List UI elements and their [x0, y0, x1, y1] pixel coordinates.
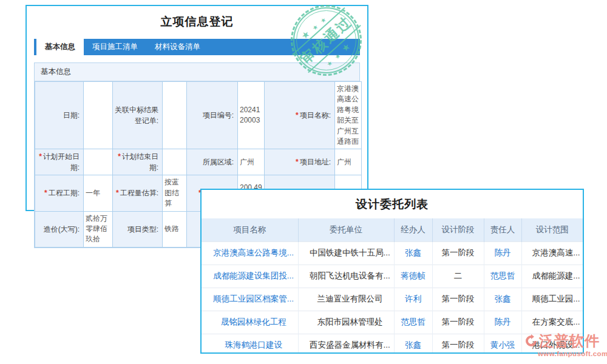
field-label-address: *项目地址:	[265, 149, 335, 175]
design-scope-cell: 顺德工业园...	[521, 288, 583, 311]
field-value-duration[interactable]: 一年	[84, 175, 113, 211]
field-label-project-type: *项目类型:	[113, 211, 163, 247]
owner-link[interactable]: 范思哲	[484, 265, 521, 288]
project-name-link[interactable]: 顺德工业园区档案管...	[202, 288, 298, 311]
col-header-design-stage: 设计阶段	[432, 218, 484, 241]
watermark-brand: 泛普软件	[539, 331, 600, 351]
required-marker: *	[44, 189, 47, 197]
design-stage-cell: 第一阶段	[432, 311, 484, 334]
col-header-project-name: 项目名称	[202, 218, 298, 241]
field-label-bid-result: *关联中标结果登记单:	[113, 82, 163, 149]
commission-unit-cell: 兰迪置业有限公司	[298, 288, 394, 311]
required-marker: *	[118, 152, 121, 161]
watermark-url: www.fanpusoft.com	[524, 350, 607, 357]
required-marker: *	[39, 152, 42, 161]
col-header-commission-unit: 委托单位	[298, 218, 394, 241]
tab-bar: 基本信息 项目施工清单 材料设备清单	[34, 39, 360, 55]
project-name-link[interactable]: 晟铭园林绿化工程	[202, 311, 298, 334]
design-scope-cell: 京港澳高速...	[521, 241, 583, 265]
owner-link[interactable]: 黄小强	[484, 334, 521, 354]
field-value-project-type[interactable]: 铁路	[163, 211, 187, 247]
field-value-address[interactable]: 广州	[335, 149, 362, 175]
design-stage-cell: 二	[432, 265, 484, 288]
design-stage-cell: 第一阶段	[432, 241, 484, 265]
handler-link[interactable]: 范思哲	[394, 311, 432, 334]
owner-link[interactable]: 张鑫	[484, 288, 521, 311]
required-marker: *	[116, 189, 119, 197]
field-label-plan-end: *计划结束日期:	[113, 149, 163, 175]
commission-unit-cell: 朝阳飞达机电设备有...	[298, 265, 394, 288]
field-label-project-name: *项目名称:	[265, 82, 335, 149]
owner-link[interactable]: 陈丹	[484, 311, 521, 334]
field-value-quantity-estimate[interactable]: 按蓝图结算	[163, 175, 187, 211]
field-value-project-no[interactable]: 2024120003	[238, 82, 265, 149]
owner-link[interactable]: 陈丹	[484, 241, 521, 265]
design-scope-cell: 成都能源建...	[521, 265, 583, 288]
required-marker: *	[296, 158, 299, 166]
table-row: 京港澳高速公路粤境... 中国铁建中铁十五局... 张鑫 第一阶段 陈丹 京港澳…	[202, 241, 583, 265]
field-value-plan-end[interactable]	[163, 149, 187, 175]
section-header: 基本信息	[35, 63, 359, 81]
page-title: 立项信息登记	[34, 14, 360, 30]
field-value-plan-start[interactable]	[84, 149, 113, 175]
field-label-quantity-estimate: *工程量估算:	[113, 175, 163, 211]
tab-construction-list[interactable]: 项目施工清单	[84, 39, 146, 55]
fanpu-watermark: 泛普软件 www.fanpusoft.com	[524, 331, 607, 357]
field-label-cost-in-words: *造价(大写):	[35, 211, 84, 247]
field-value-bid-result[interactable]	[163, 82, 187, 149]
field-value-cost-in-words[interactable]: 贰拾万零肆佰玖拾	[84, 211, 113, 247]
design-commission-panel: 设计委托列表 项目名称 委托单位 经办人 设计阶段 责任人 设计范围 京港澳高速…	[200, 189, 584, 354]
table-row: 成都能源建设集团投... 朝阳飞达机电设备有... 蒋德帧 二 范思哲 成都能源…	[202, 265, 583, 288]
field-value-region[interactable]: 广州	[238, 149, 265, 175]
field-label-duration: *工程工期:	[35, 175, 84, 211]
field-label-plan-start: *计划开始日期:	[35, 149, 84, 175]
field-label-project-no: *项目编号:	[187, 82, 238, 149]
handler-link[interactable]: 张鑫	[394, 241, 432, 265]
handler-link[interactable]: 蒋德帧	[394, 265, 432, 288]
project-name-link[interactable]: 成都能源建设集团投...	[202, 265, 298, 288]
screen: 立项信息登记 基本信息 项目施工清单 材料设备清单 基本信息 *日期: *关联中…	[0, 0, 607, 364]
field-value-date[interactable]	[84, 82, 113, 149]
project-registration-panel: 立项信息登记 基本信息 项目施工清单 材料设备清单 基本信息 *日期: *关联中…	[25, 5, 368, 211]
commission-unit-cell: 东阳市园林管理处	[298, 311, 394, 334]
tab-basic-info[interactable]: 基本信息	[36, 39, 84, 55]
handler-link[interactable]: 张鑫	[394, 334, 432, 354]
field-value-project-name[interactable]: 京港澳高速公路粤境韶关至广州互通路面	[335, 82, 362, 149]
project-name-link[interactable]: 京港澳高速公路粤境...	[202, 241, 298, 265]
field-label-date: *日期:	[35, 82, 84, 149]
handler-link[interactable]: 许利	[394, 288, 432, 311]
tab-material-equipment-list[interactable]: 材料设备清单	[146, 39, 209, 55]
form-row: *计划开始日期: *计划结束日期: *所属区域: 广州 *项目地址: 广州	[35, 149, 362, 175]
commission-unit-cell: 中国铁建中铁十五局...	[298, 241, 394, 265]
col-header-handler: 经办人	[394, 218, 432, 241]
commission-unit-cell: 西安盛器金属材料有...	[298, 334, 394, 354]
required-marker: *	[296, 111, 299, 120]
design-scope-cell: 在方案交底...	[521, 311, 583, 334]
form-row: *日期: *关联中标结果登记单: *项目编号: 2024120003 *项目名称…	[35, 82, 362, 149]
project-name-link[interactable]: 珠海鹤港口建设	[202, 334, 298, 354]
table-row: 顺德工业园区档案管... 兰迪置业有限公司 许利 第一阶段 张鑫 顺德工业园..…	[202, 288, 583, 311]
field-label-region: *所属区域:	[187, 149, 238, 175]
design-stage-cell: 第一阶段	[432, 288, 484, 311]
design-stage-cell: 第一阶段	[432, 334, 484, 354]
table-header-row: 项目名称 委托单位 经办人 设计阶段 责任人 设计范围	[202, 218, 583, 241]
col-header-design-scope: 设计范围	[521, 218, 583, 241]
col-header-owner: 责任人	[484, 218, 521, 241]
list-title: 设计委托列表	[202, 197, 583, 212]
fanpu-logo-icon	[524, 334, 538, 348]
table-row: 晟铭园林绿化工程 东阳市园林管理处 范思哲 第一阶段 陈丹 在方案交底...	[202, 311, 583, 334]
